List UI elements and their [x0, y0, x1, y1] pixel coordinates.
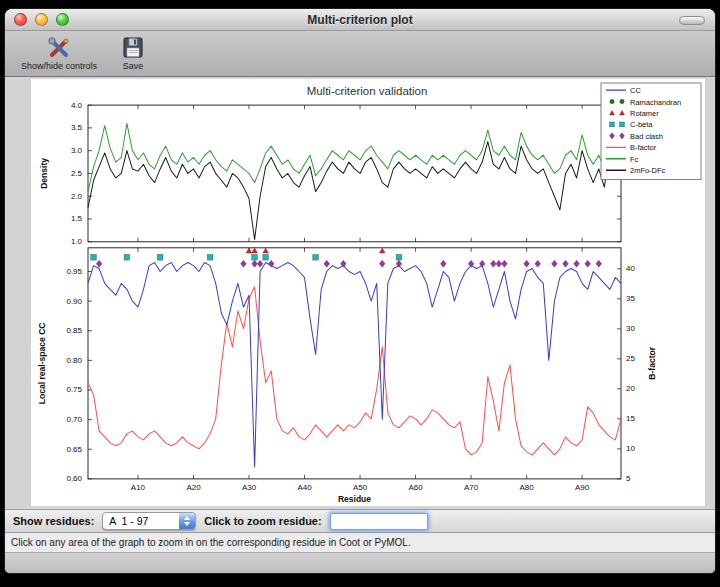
svg-text:Bad clash: Bad clash	[630, 132, 663, 141]
save-floppy-icon	[121, 35, 145, 60]
svg-text:0.80: 0.80	[66, 356, 82, 365]
svg-text:25: 25	[626, 354, 635, 363]
svg-text:B-factor: B-factor	[630, 143, 657, 152]
svg-text:A30: A30	[242, 483, 257, 492]
multi-criterion-plot-window: Multi-criterion plot Show/hide controls …	[4, 8, 716, 574]
svg-text:A40: A40	[297, 483, 312, 492]
svg-text:0.85: 0.85	[66, 326, 82, 335]
residue-axis-label: Residue	[338, 494, 371, 504]
svg-text:C-beta: C-beta	[630, 120, 653, 129]
controls-bar: Show residues: A 1 - 97 Click to zoom re…	[5, 509, 715, 533]
save-label: Save	[123, 61, 144, 71]
svg-text:0.60: 0.60	[66, 474, 82, 483]
svg-text:0.95: 0.95	[66, 267, 82, 276]
toolbar-toggle-button[interactable]	[679, 16, 705, 25]
show-hide-controls-button[interactable]: Show/hide controls	[21, 35, 97, 71]
close-button[interactable]	[14, 13, 27, 26]
svg-text:A90: A90	[575, 483, 590, 492]
plot-canvas-area: Multi-criterion validation1.01.52.02.53.…	[5, 77, 715, 509]
crossed-tools-icon	[46, 35, 72, 60]
b-factor-axis-label: B-factor	[647, 346, 657, 379]
svg-text:2mFo-DFc: 2mFo-DFc	[630, 166, 666, 175]
svg-text:1.5: 1.5	[71, 214, 83, 223]
svg-text:A50: A50	[353, 483, 368, 492]
svg-text:4.0: 4.0	[71, 101, 83, 110]
svg-text:10: 10	[626, 444, 635, 453]
svg-text:30: 30	[626, 324, 635, 333]
zoom-window-button[interactable]	[56, 13, 69, 26]
svg-text:A10: A10	[131, 483, 146, 492]
svg-text:35: 35	[626, 294, 635, 303]
svg-text:3.5: 3.5	[71, 123, 83, 132]
minimize-button[interactable]	[35, 13, 48, 26]
svg-text:2.5: 2.5	[71, 169, 83, 178]
residue-range-select[interactable]: A 1 - 97	[102, 512, 196, 530]
svg-text:CC: CC	[630, 86, 641, 95]
svg-text:0.70: 0.70	[66, 415, 82, 424]
window-footer	[5, 553, 715, 573]
titlebar[interactable]: Multi-criterion plot	[5, 9, 715, 31]
traffic-lights	[14, 13, 69, 26]
svg-text:0.75: 0.75	[66, 385, 82, 394]
svg-text:3.0: 3.0	[71, 146, 83, 155]
zoom-residue-label: Click to zoom residue:	[204, 515, 321, 527]
status-text: Click on any area of the graph to zoom i…	[11, 537, 411, 548]
show-hide-controls-label: Show/hide controls	[21, 61, 97, 71]
residue-range-value: A 1 - 97	[103, 513, 179, 529]
svg-text:15: 15	[626, 414, 635, 423]
svg-text:Fc: Fc	[630, 155, 639, 164]
multi-criterion-figure[interactable]: Multi-criterion validation1.01.52.02.53.…	[31, 79, 705, 506]
legend: CCRamachandranRotamerC-betaBad clashB-fa…	[601, 83, 701, 179]
zoom-residue-input[interactable]	[330, 513, 428, 530]
svg-text:Rotamer: Rotamer	[630, 109, 659, 118]
stepper-arrows-icon[interactable]	[179, 513, 195, 529]
svg-text:A20: A20	[186, 483, 201, 492]
svg-text:20: 20	[626, 384, 635, 393]
top-plot-area[interactable]	[88, 105, 621, 242]
svg-text:0.90: 0.90	[66, 297, 82, 306]
save-button[interactable]: Save	[121, 35, 145, 71]
svg-text:2.0: 2.0	[71, 192, 83, 201]
svg-text:Ramachandran: Ramachandran	[630, 98, 681, 107]
svg-text:A80: A80	[520, 483, 535, 492]
svg-text:5: 5	[626, 474, 631, 483]
status-bar: Click on any area of the graph to zoom i…	[5, 533, 715, 553]
local-cc-axis-label: Local real-space CC	[37, 323, 47, 405]
show-residues-label: Show residues:	[13, 515, 94, 527]
svg-text:0.65: 0.65	[66, 445, 82, 454]
svg-text:A60: A60	[408, 483, 423, 492]
figure-title: Multi-criterion validation	[307, 85, 428, 97]
svg-text:40: 40	[626, 264, 635, 273]
svg-text:A70: A70	[464, 483, 479, 492]
density-axis-label: Density	[39, 158, 49, 189]
window-title: Multi-criterion plot	[5, 13, 715, 27]
svg-text:1.0: 1.0	[71, 237, 83, 246]
toolbar: Show/hide controls Save	[5, 31, 715, 77]
